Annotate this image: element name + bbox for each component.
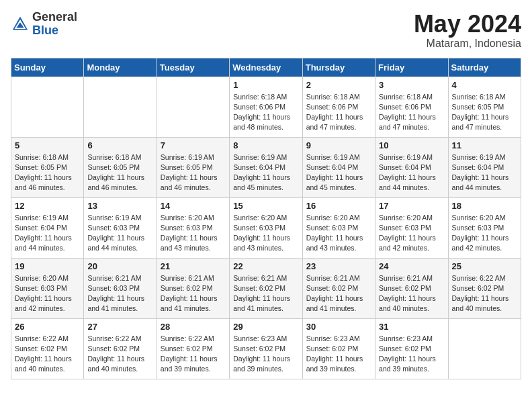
day-info: Sunrise: 6:20 AM Sunset: 6:03 PM Dayligh… [161, 213, 226, 254]
day-info: Sunrise: 6:19 AM Sunset: 6:05 PM Dayligh… [161, 152, 226, 193]
calendar-cell [11, 77, 84, 137]
day-number: 24 [379, 261, 444, 271]
calendar-week-row: 5Sunrise: 6:18 AM Sunset: 6:05 PM Daylig… [11, 137, 521, 197]
day-number: 31 [379, 322, 444, 332]
day-info: Sunrise: 6:22 AM Sunset: 6:02 PM Dayligh… [87, 334, 152, 375]
calendar-cell: 24Sunrise: 6:21 AM Sunset: 6:02 PM Dayli… [375, 258, 448, 318]
calendar-cell: 29Sunrise: 6:23 AM Sunset: 6:02 PM Dayli… [230, 318, 302, 379]
day-info: Sunrise: 6:20 AM Sunset: 6:03 PM Dayligh… [452, 213, 517, 254]
day-info: Sunrise: 6:19 AM Sunset: 6:04 PM Dayligh… [233, 152, 298, 193]
day-info: Sunrise: 6:23 AM Sunset: 6:02 PM Dayligh… [379, 334, 444, 375]
calendar-cell: 4Sunrise: 6:18 AM Sunset: 6:05 PM Daylig… [448, 77, 521, 137]
calendar-body: 1Sunrise: 6:18 AM Sunset: 6:06 PM Daylig… [11, 77, 521, 379]
day-number: 3 [379, 80, 444, 90]
location-text: Mataram, Indonesia [414, 38, 521, 50]
day-info: Sunrise: 6:19 AM Sunset: 6:04 PM Dayligh… [15, 213, 80, 254]
calendar-cell: 30Sunrise: 6:23 AM Sunset: 6:02 PM Dayli… [302, 318, 375, 379]
calendar-cell: 5Sunrise: 6:18 AM Sunset: 6:05 PM Daylig… [11, 137, 84, 197]
day-info: Sunrise: 6:18 AM Sunset: 6:05 PM Dayligh… [15, 152, 80, 193]
day-number: 16 [306, 201, 371, 211]
day-number: 8 [233, 140, 298, 150]
day-number: 19 [15, 261, 80, 271]
day-number: 14 [161, 201, 226, 211]
page-header: General Blue May 2024 Mataram, Indonesia [11, 11, 521, 50]
day-info: Sunrise: 6:21 AM Sunset: 6:02 PM Dayligh… [379, 273, 444, 314]
day-info: Sunrise: 6:23 AM Sunset: 6:02 PM Dayligh… [233, 334, 298, 375]
day-number: 9 [306, 140, 371, 150]
day-info: Sunrise: 6:18 AM Sunset: 6:05 PM Dayligh… [87, 152, 152, 193]
calendar-cell: 21Sunrise: 6:21 AM Sunset: 6:02 PM Dayli… [157, 258, 229, 318]
calendar-cell: 1Sunrise: 6:18 AM Sunset: 6:06 PM Daylig… [230, 77, 302, 137]
day-info: Sunrise: 6:19 AM Sunset: 6:04 PM Dayligh… [379, 152, 444, 193]
day-info: Sunrise: 6:19 AM Sunset: 6:03 PM Dayligh… [87, 213, 152, 254]
day-number: 2 [306, 80, 371, 90]
calendar-header: SundayMondayTuesdayWednesdayThursdayFrid… [11, 58, 521, 77]
calendar-cell: 26Sunrise: 6:22 AM Sunset: 6:02 PM Dayli… [11, 318, 84, 379]
day-number: 18 [452, 201, 517, 211]
calendar-week-row: 12Sunrise: 6:19 AM Sunset: 6:04 PM Dayli… [11, 197, 521, 258]
day-number: 30 [306, 322, 371, 332]
calendar-week-row: 1Sunrise: 6:18 AM Sunset: 6:06 PM Daylig… [11, 77, 521, 137]
day-info: Sunrise: 6:23 AM Sunset: 6:02 PM Dayligh… [306, 334, 371, 375]
title-area: May 2024 Mataram, Indonesia [414, 11, 521, 50]
calendar-cell: 28Sunrise: 6:22 AM Sunset: 6:02 PM Dayli… [157, 318, 229, 379]
calendar-cell: 15Sunrise: 6:20 AM Sunset: 6:03 PM Dayli… [230, 197, 302, 258]
calendar-cell [84, 77, 157, 137]
logo-blue-text: Blue [32, 24, 77, 38]
day-number: 1 [233, 80, 298, 90]
day-info: Sunrise: 6:18 AM Sunset: 6:05 PM Dayligh… [452, 92, 517, 133]
day-info: Sunrise: 6:20 AM Sunset: 6:03 PM Dayligh… [379, 213, 444, 254]
day-info: Sunrise: 6:22 AM Sunset: 6:02 PM Dayligh… [452, 273, 517, 314]
logo: General Blue [11, 11, 77, 38]
day-info: Sunrise: 6:22 AM Sunset: 6:02 PM Dayligh… [161, 334, 226, 375]
day-info: Sunrise: 6:18 AM Sunset: 6:06 PM Dayligh… [379, 92, 444, 133]
calendar-cell: 12Sunrise: 6:19 AM Sunset: 6:04 PM Dayli… [11, 197, 84, 258]
day-number: 21 [161, 261, 226, 271]
calendar-week-row: 19Sunrise: 6:20 AM Sunset: 6:03 PM Dayli… [11, 258, 521, 318]
calendar-cell: 25Sunrise: 6:22 AM Sunset: 6:02 PM Dayli… [448, 258, 521, 318]
day-number: 5 [15, 140, 80, 150]
day-info: Sunrise: 6:20 AM Sunset: 6:03 PM Dayligh… [306, 213, 371, 254]
calendar-cell [157, 77, 229, 137]
day-number: 17 [379, 201, 444, 211]
calendar-cell: 6Sunrise: 6:18 AM Sunset: 6:05 PM Daylig… [84, 137, 157, 197]
day-number: 25 [452, 261, 517, 271]
day-info: Sunrise: 6:22 AM Sunset: 6:02 PM Dayligh… [15, 334, 80, 375]
day-number: 28 [161, 322, 226, 332]
logo-general-text: General [32, 11, 77, 24]
day-number: 29 [233, 322, 298, 332]
day-info: Sunrise: 6:18 AM Sunset: 6:06 PM Dayligh… [233, 92, 298, 133]
day-number: 26 [15, 322, 80, 332]
calendar-cell: 10Sunrise: 6:19 AM Sunset: 6:04 PM Dayli… [375, 137, 448, 197]
day-number: 11 [452, 140, 517, 150]
calendar-cell: 7Sunrise: 6:19 AM Sunset: 6:05 PM Daylig… [157, 137, 229, 197]
day-number: 15 [233, 201, 298, 211]
weekday-header: Wednesday [230, 58, 302, 77]
day-info: Sunrise: 6:19 AM Sunset: 6:04 PM Dayligh… [452, 152, 517, 193]
day-info: Sunrise: 6:19 AM Sunset: 6:04 PM Dayligh… [306, 152, 371, 193]
weekday-header: Sunday [11, 58, 84, 77]
calendar-cell [448, 318, 521, 379]
day-info: Sunrise: 6:21 AM Sunset: 6:03 PM Dayligh… [87, 273, 152, 314]
logo-icon [11, 15, 30, 34]
weekday-header: Saturday [448, 58, 521, 77]
calendar-cell: 27Sunrise: 6:22 AM Sunset: 6:02 PM Dayli… [84, 318, 157, 379]
day-number: 23 [306, 261, 371, 271]
day-number: 7 [161, 140, 226, 150]
calendar-cell: 31Sunrise: 6:23 AM Sunset: 6:02 PM Dayli… [375, 318, 448, 379]
calendar-cell: 17Sunrise: 6:20 AM Sunset: 6:03 PM Dayli… [375, 197, 448, 258]
day-info: Sunrise: 6:21 AM Sunset: 6:02 PM Dayligh… [161, 273, 226, 314]
calendar-cell: 13Sunrise: 6:19 AM Sunset: 6:03 PM Dayli… [84, 197, 157, 258]
calendar-cell: 9Sunrise: 6:19 AM Sunset: 6:04 PM Daylig… [302, 137, 375, 197]
month-title: May 2024 [414, 11, 521, 38]
calendar-cell: 2Sunrise: 6:18 AM Sunset: 6:06 PM Daylig… [302, 77, 375, 137]
day-number: 6 [87, 140, 152, 150]
weekday-row: SundayMondayTuesdayWednesdayThursdayFrid… [11, 58, 521, 77]
calendar-cell: 8Sunrise: 6:19 AM Sunset: 6:04 PM Daylig… [230, 137, 302, 197]
weekday-header: Thursday [302, 58, 375, 77]
day-number: 27 [87, 322, 152, 332]
calendar-cell: 16Sunrise: 6:20 AM Sunset: 6:03 PM Dayli… [302, 197, 375, 258]
day-info: Sunrise: 6:21 AM Sunset: 6:02 PM Dayligh… [233, 273, 298, 314]
calendar-cell: 22Sunrise: 6:21 AM Sunset: 6:02 PM Dayli… [230, 258, 302, 318]
day-number: 12 [15, 201, 80, 211]
